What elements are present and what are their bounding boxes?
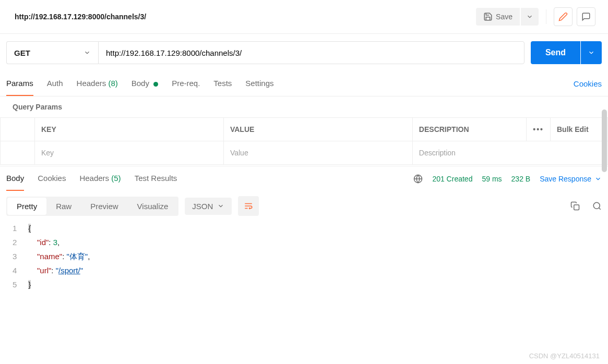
- chevron-down-icon: [594, 175, 602, 183]
- search-button[interactable]: [592, 201, 602, 211]
- comment-button[interactable]: [577, 7, 595, 26]
- view-mode-segment: Pretty Raw Preview Visualize: [6, 197, 178, 216]
- tab-headers[interactable]: Headers (8): [77, 71, 118, 96]
- svg-line-6: [599, 208, 601, 210]
- svg-rect-4: [574, 205, 579, 210]
- view-preview[interactable]: Preview: [81, 198, 127, 215]
- col-value: VALUE: [223, 118, 412, 141]
- response-status: 201 Created: [432, 175, 472, 183]
- query-params-title: Query Params: [0, 96, 608, 117]
- brace-open: {: [28, 224, 31, 233]
- tab-body[interactable]: Body: [132, 71, 158, 96]
- wrap-icon: [244, 201, 253, 211]
- body-indicator-dot: [153, 82, 158, 87]
- resp-tab-headers-count: (5): [111, 174, 121, 183]
- resp-tab-cookies[interactable]: Cookies: [38, 166, 66, 191]
- scrollbar[interactable]: [602, 110, 607, 329]
- json-key: "id": [37, 238, 49, 247]
- floppy-icon: [483, 12, 493, 21]
- http-method-select[interactable]: GET: [6, 41, 98, 64]
- col-key: KEY: [35, 118, 224, 141]
- json-key: "url": [37, 266, 51, 275]
- response-time: 59 ms: [482, 175, 502, 183]
- save-label: Save: [496, 13, 512, 21]
- response-body-viewer[interactable]: 1 2 3 4 5 { "id": 3, "name": "体育", "url"…: [0, 221, 608, 292]
- json-url: /sport/: [58, 266, 80, 275]
- query-params-table: KEY VALUE DESCRIPTION ••• Bulk Edit: [0, 117, 608, 165]
- view-visualize[interactable]: Visualize: [128, 198, 178, 215]
- edit-button[interactable]: [554, 7, 573, 26]
- search-icon: [592, 201, 602, 211]
- copy-button[interactable]: [570, 201, 580, 211]
- view-raw[interactable]: Raw: [46, 198, 81, 215]
- copy-icon: [570, 201, 580, 211]
- http-method-value: GET: [14, 48, 30, 57]
- json-key: "name": [37, 252, 62, 261]
- table-row: [1, 141, 608, 165]
- chevron-down-icon: [526, 13, 533, 20]
- json-string: "体育": [67, 252, 88, 261]
- save-response-label: Save Response: [540, 175, 591, 183]
- comment-icon: [581, 12, 591, 21]
- line-num: 5: [13, 277, 17, 292]
- bulk-edit-button[interactable]: Bulk Edit: [551, 118, 608, 141]
- brace-close: }: [28, 280, 31, 289]
- row-lead: [1, 141, 35, 165]
- resp-tab-body[interactable]: Body: [6, 166, 24, 191]
- pencil-icon: [558, 12, 568, 21]
- send-dropdown[interactable]: [581, 41, 602, 64]
- save-button[interactable]: Save: [476, 8, 520, 26]
- col-lead: [1, 118, 35, 141]
- save-dropdown[interactable]: [521, 8, 539, 26]
- code-body: { "id": 3, "name": "体育", "url": "/sport/…: [28, 221, 90, 292]
- resp-tab-test-results[interactable]: Test Results: [135, 166, 177, 191]
- resp-tab-headers[interactable]: Headers (5): [79, 166, 121, 191]
- line-num: 2: [13, 235, 17, 249]
- send-button[interactable]: Send: [531, 41, 580, 64]
- tab-body-label: Body: [132, 79, 149, 88]
- value-input[interactable]: [230, 149, 406, 157]
- chevron-down-icon: [588, 49, 595, 56]
- resp-tab-headers-label: Headers: [79, 174, 109, 183]
- cookies-link[interactable]: Cookies: [574, 72, 602, 95]
- save-response-button[interactable]: Save Response: [540, 175, 602, 183]
- line-num: 3: [13, 249, 17, 263]
- title-actions: Save: [476, 7, 595, 26]
- line-numbers: 1 2 3 4 5: [13, 221, 28, 292]
- line-num: 4: [13, 263, 17, 277]
- key-input[interactable]: [41, 149, 217, 157]
- response-size: 232 B: [511, 175, 531, 183]
- tab-headers-count: (8): [108, 79, 117, 88]
- json-string-quote: ": [80, 266, 83, 275]
- divider: [546, 9, 546, 24]
- col-more[interactable]: •••: [527, 118, 551, 141]
- description-input[interactable]: [419, 149, 601, 157]
- tab-prereq[interactable]: Pre-req.: [172, 71, 200, 96]
- tab-tests[interactable]: Tests: [213, 71, 232, 96]
- wrap-lines-button[interactable]: [238, 196, 259, 216]
- globe-icon[interactable]: [413, 174, 423, 184]
- chevron-down-icon: [84, 49, 91, 56]
- json-number: 3: [53, 238, 57, 247]
- request-title: http://192.168.17.129:8000/channels/3/: [15, 13, 146, 21]
- format-select[interactable]: JSON: [185, 198, 232, 215]
- tab-params[interactable]: Params: [6, 71, 33, 96]
- tab-settings[interactable]: Settings: [245, 71, 273, 96]
- tab-headers-label: Headers: [77, 79, 106, 88]
- chevron-down-icon: [217, 202, 224, 210]
- watermark: CSDN @YZL40514131: [529, 352, 600, 360]
- save-button-group: Save: [476, 8, 539, 26]
- svg-point-5: [593, 202, 600, 209]
- format-value: JSON: [192, 202, 213, 211]
- request-url-input[interactable]: [98, 41, 524, 64]
- line-num: 1: [13, 221, 17, 235]
- tab-auth[interactable]: Auth: [47, 71, 63, 96]
- col-desc: DESCRIPTION: [412, 118, 526, 141]
- view-pretty[interactable]: Pretty: [7, 198, 46, 215]
